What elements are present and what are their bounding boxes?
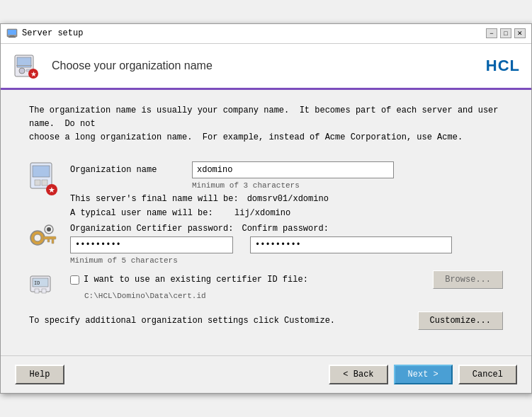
server-name-value: domsrv01/xdomino	[247, 194, 329, 204]
svg-text:ID: ID	[34, 280, 40, 286]
pw-inputs-row	[70, 236, 503, 253]
main-window: Server setup − □ ✕ ★ Choose your organiz…	[0, 23, 532, 394]
certifier-section: ID I want to use an existing certifier I…	[29, 270, 503, 300]
svg-rect-1	[8, 30, 16, 35]
svg-text:★: ★	[30, 70, 37, 78]
org-name-hint: Minimum of 3 characters	[192, 181, 503, 190]
header-left: ★ Choose your organization name	[12, 51, 213, 81]
window-title: Server setup	[22, 28, 83, 38]
titlebar: Server setup − □ ✕	[1, 24, 531, 44]
button-bar: Help < Back Next > Cancel	[1, 355, 531, 393]
org-name-section: ★ Organization name Minimum of 3 charact…	[29, 161, 503, 218]
certifier-checkbox[interactable]	[70, 275, 79, 285]
user-name-value: lij/xdomino	[234, 208, 290, 218]
svg-point-23	[47, 227, 51, 232]
pw-fields-row: Organization Certifier password: Confirm…	[70, 224, 503, 234]
customize-button[interactable]: Customize...	[418, 312, 503, 330]
svg-rect-3	[9, 37, 16, 38]
svg-point-18	[34, 234, 41, 241]
app-icon	[6, 28, 18, 39]
cancel-button[interactable]: Cancel	[458, 365, 517, 384]
svg-rect-21	[47, 239, 50, 242]
minimize-button[interactable]: −	[486, 28, 497, 38]
org-name-label: Organization name	[70, 165, 183, 175]
confirm-password-label: Confirm password:	[242, 224, 328, 234]
close-button[interactable]: ✕	[514, 28, 526, 38]
maximize-button[interactable]: □	[500, 28, 511, 38]
password-hint: Minimum of 5 characters	[70, 256, 503, 265]
main-content: The organization name is usually your co…	[1, 90, 531, 345]
certifier-icon: ID	[29, 270, 59, 300]
password-fields: Organization Certifier password: Confirm…	[70, 224, 503, 265]
customize-row: To specify additional organization setti…	[29, 312, 503, 330]
server-name-row: This server's final name will be: domsrv…	[70, 194, 503, 204]
certifier-fields-container: I want to use an existing certifier ID f…	[70, 270, 503, 300]
user-name-row: A typical user name will be: lij/xdomino	[70, 208, 503, 218]
svg-rect-13	[35, 180, 40, 185]
user-name-label: A typical user name will be:	[70, 208, 226, 218]
svg-rect-28	[42, 289, 46, 293]
svg-rect-8	[16, 65, 32, 66]
certifier-checkbox-label[interactable]: I want to use an existing certifier ID f…	[84, 275, 308, 285]
password-section: Organization Certifier password: Confirm…	[29, 224, 503, 265]
server-name-label: This server's final name will be:	[70, 194, 239, 204]
certifier-checkbox-row: I want to use an existing certifier ID f…	[70, 275, 427, 285]
svg-text:★: ★	[48, 185, 55, 194]
svg-rect-2	[10, 35, 14, 36]
hcl-logo: HCL	[486, 57, 520, 75]
svg-rect-12	[33, 166, 50, 177]
org-icon: ★	[29, 161, 59, 197]
server-icon: ★	[12, 51, 42, 81]
nav-buttons-right: < Back Next > Cancel	[329, 365, 517, 384]
titlebar-controls: − □ ✕	[486, 28, 526, 38]
certifier-fields-row: I want to use an existing certifier ID f…	[70, 270, 503, 289]
customize-text: To specify additional organization setti…	[29, 316, 335, 326]
org-password-input[interactable]	[70, 236, 233, 253]
org-name-row: Organization name	[70, 161, 503, 178]
key-icon	[29, 224, 59, 249]
titlebar-left: Server setup	[6, 28, 83, 39]
org-name-input[interactable]	[192, 161, 394, 178]
browse-button[interactable]: Browse...	[433, 270, 503, 289]
confirm-password-input[interactable]	[250, 236, 452, 253]
help-button[interactable]: Help	[15, 365, 64, 384]
svg-point-6	[19, 68, 25, 74]
header-title: Choose your organization name	[52, 59, 213, 72]
certifier-path: C:\HCL\Domino\Data\cert.id	[84, 292, 503, 300]
svg-rect-27	[35, 289, 39, 293]
svg-rect-14	[42, 180, 47, 185]
org-password-label: Organization Certifier password:	[70, 224, 233, 234]
next-button[interactable]: Next >	[394, 365, 453, 384]
header-bar: ★ Choose your organization name HCL	[1, 44, 531, 90]
svg-rect-19	[43, 236, 56, 239]
back-button[interactable]: < Back	[329, 365, 387, 384]
svg-rect-20	[52, 239, 54, 244]
description-text: The organization name is usually your co…	[29, 104, 503, 145]
org-form-fields: Organization name Minimum of 3 character…	[70, 161, 503, 218]
